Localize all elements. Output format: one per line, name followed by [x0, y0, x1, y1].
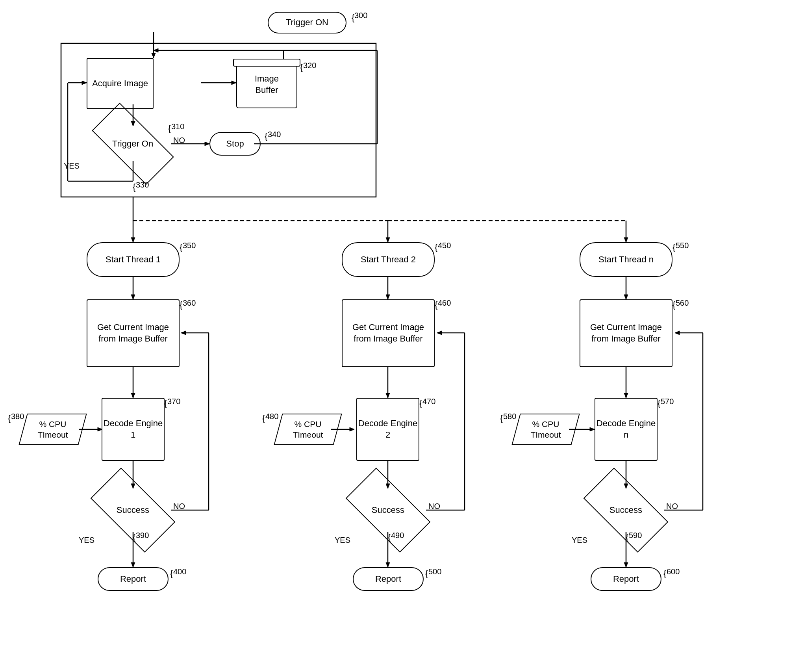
svg-marker-55 — [386, 562, 390, 567]
ref-590: 590 — [629, 531, 642, 540]
stop-node: Stop — [209, 132, 261, 156]
svg-marker-11 — [205, 142, 209, 146]
svg-marker-43 — [386, 295, 390, 299]
ref-390: 390 — [136, 531, 149, 540]
ref-570: 570 — [661, 397, 674, 406]
ref-470: 470 — [422, 397, 435, 406]
svg-marker-57 — [624, 295, 628, 299]
svg-marker-25 — [386, 238, 390, 242]
decode-engine-2-node: Decode Engine 2 — [356, 398, 419, 461]
ref-400: 400 — [173, 567, 186, 576]
svg-marker-4 — [232, 81, 236, 85]
ref-480: 480 — [265, 412, 278, 421]
yes-label-success1: YES — [79, 536, 94, 545]
svg-marker-53 — [437, 331, 442, 335]
ref-500: 500 — [428, 567, 441, 576]
svg-marker-21 — [131, 238, 135, 242]
decode-engine-n-node: Decode Engine n — [595, 398, 658, 461]
report-n-node: Report — [591, 567, 661, 591]
ref-450: 450 — [438, 241, 451, 250]
ref-600: 600 — [667, 567, 680, 576]
ref-330: 330 — [136, 180, 149, 189]
svg-marker-47 — [350, 427, 354, 431]
ref-560: 560 — [676, 299, 689, 308]
ref-490: 490 — [391, 531, 404, 540]
yes-label-success2: YES — [335, 536, 350, 545]
svg-marker-39 — [181, 331, 186, 335]
yes-label-successn: YES — [572, 536, 587, 545]
cpu-timeout-1-node: % CPU TImeout — [19, 414, 87, 445]
cpu-timeout-n-node: % CPU TImeout — [511, 414, 580, 445]
svg-marker-61 — [590, 427, 595, 431]
ref-320: 320 — [303, 61, 316, 70]
ref-310: 310 — [171, 122, 184, 131]
no-label-success2: NO — [428, 502, 440, 511]
flowchart-diagram: Trigger ON 300 { Acquire Image ImageBuff… — [0, 0, 791, 672]
get-image-1-node: Get Current Image from Image Buffer — [87, 299, 180, 367]
ref-460: 460 — [438, 299, 451, 308]
svg-marker-29 — [131, 295, 135, 299]
start-thread-2-node: Start Thread 2 — [342, 242, 435, 277]
report-2-node: Report — [353, 567, 424, 591]
no-label-success1: NO — [173, 502, 185, 511]
ref-580: 580 — [503, 412, 516, 421]
svg-marker-27 — [624, 238, 628, 242]
ref-350: 350 — [183, 241, 196, 250]
ref-550: 550 — [676, 241, 689, 250]
no-label-successn: NO — [666, 502, 678, 511]
acquire-image-node: Acquire Image — [87, 58, 154, 109]
trigger-on-node: Trigger ON — [268, 12, 346, 33]
get-image-2-node: Get Current Image from Image Buffer — [342, 299, 435, 367]
image-buffer-node: ImageBuffer — [236, 61, 297, 108]
start-thread-1-node: Start Thread 1 — [87, 242, 180, 277]
svg-marker-7 — [154, 48, 158, 52]
svg-marker-67 — [675, 331, 680, 335]
start-thread-n-node: Start Thread n — [580, 242, 672, 277]
report-1-node: Report — [98, 567, 169, 591]
svg-marker-69 — [624, 562, 628, 567]
ref-300: 300 — [354, 11, 367, 20]
no-label-trigger: NO — [173, 136, 185, 145]
ref-360: 360 — [183, 299, 196, 308]
decode-engine-1-node: Decode Engine 1 — [102, 398, 165, 461]
svg-marker-2 — [152, 53, 156, 58]
ref-370: 370 — [167, 397, 180, 406]
get-image-n-node: Get Current Image from Image Buffer — [580, 299, 672, 367]
svg-marker-45 — [386, 393, 390, 398]
ref-380: 380 — [11, 412, 24, 421]
ref-340: 340 — [268, 130, 281, 139]
cpu-timeout-2-node: % CPU TImeout — [274, 414, 342, 445]
svg-marker-31 — [131, 393, 135, 398]
yes-label-trigger: YES — [64, 162, 80, 171]
svg-marker-41 — [131, 562, 135, 567]
svg-marker-59 — [624, 393, 628, 398]
svg-marker-16 — [82, 81, 87, 85]
